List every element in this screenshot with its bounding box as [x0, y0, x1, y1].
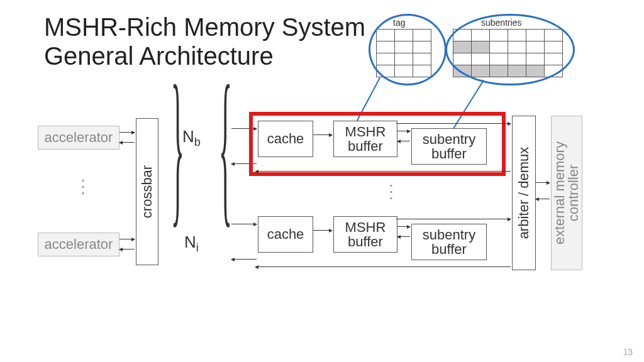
crossbar-box: crossbar — [136, 118, 158, 265]
n-i-label: Ni — [184, 233, 199, 255]
external-memory-controller-box: external memory controller — [551, 116, 582, 270]
subentry-buffer-bottom: subentry buffer — [411, 224, 487, 260]
subentries-ellipse — [445, 14, 575, 85]
external-memory-controller-label: external memory controller — [553, 141, 580, 244]
arrow — [255, 266, 511, 267]
title-line-1: MSHR-Rich Memory System — [44, 13, 365, 41]
slide-title: MSHR-Rich Memory System General Architec… — [44, 13, 365, 70]
red-highlight — [249, 112, 506, 176]
arrow — [313, 230, 332, 231]
arrow — [396, 123, 511, 124]
arbiter-demux-label: arbiter / demux — [516, 147, 532, 239]
arrow — [119, 239, 135, 239]
accelerator-dots: ⋮ — [74, 176, 94, 197]
accelerator-bottom: accelerator — [38, 233, 119, 256]
mshr-buffer-bottom: MSHR buffer — [333, 216, 397, 253]
n-b-label: Nb — [182, 127, 201, 149]
page-number: 13 — [623, 347, 633, 357]
arrow — [119, 132, 135, 133]
bank-dots: ⋮ — [382, 181, 402, 202]
arrow — [397, 226, 410, 227]
accelerator-top: accelerator — [38, 126, 119, 150]
arrow — [536, 199, 550, 199]
arbiter-demux-box: arbiter / demux — [512, 116, 536, 270]
arrow — [255, 171, 511, 172]
arrow — [396, 219, 511, 219]
arrow — [119, 249, 135, 250]
crossbar-label: crossbar — [139, 165, 155, 218]
brace-left: { — [219, 47, 232, 247]
arrow — [231, 224, 257, 224]
arrow — [397, 236, 410, 237]
cache-bottom: cache — [258, 216, 313, 253]
tag-ellipse — [369, 14, 447, 85]
title-line-2: General Architecture — [44, 42, 274, 70]
arrow — [231, 259, 257, 260]
arrow — [119, 142, 135, 143]
arrow — [536, 182, 550, 183]
